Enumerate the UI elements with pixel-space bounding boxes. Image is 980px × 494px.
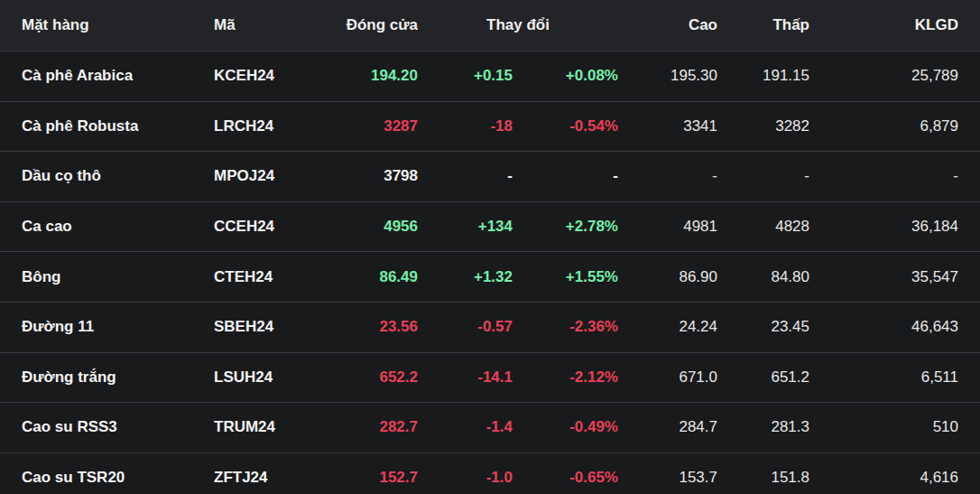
low-price: 23.45 [717,318,809,336]
commodity-name: Cà phê Arabica [0,67,192,85]
change-percent: +1.55% [513,268,618,286]
contract-code: LSUH24 [192,368,300,387]
high-price: 4981 [618,218,717,236]
volume: 6,879 [809,117,958,135]
low-price: 84.80 [717,268,809,286]
change-value: -1.0 [418,469,513,487]
contract-code: CCEH24 [192,218,300,236]
volume: 6,511 [809,368,958,387]
change-value: -18 [418,117,513,135]
commodity-name: Dầu cọ thô [0,167,192,185]
table-row[interactable]: Đường trắng LSUH24 652.2 -14.1 -2.12% 67… [0,352,980,403]
volume: 4,616 [809,469,958,487]
table-row[interactable]: Đường 11 SBEH24 23.56 -0.57 -2.36% 24.24… [0,302,980,352]
contract-code: MPOJ24 [192,167,300,185]
change-percent: - [513,167,618,185]
table-row[interactable]: Cao su RSS3 TRUM24 282.7 -1.4 -0.49% 284… [0,402,980,452]
table-row[interactable]: Bông CTEH24 86.49 +1.32 +1.55% 86.90 84.… [0,251,980,302]
close-price: 3798 [300,167,418,185]
commodity-name: Bông [0,268,192,286]
high-price: 153.7 [618,469,717,487]
volume: 35,547 [809,268,958,286]
volume: 46,643 [809,318,958,336]
low-price: 281.3 [717,418,809,436]
high-price: 24.24 [618,318,717,336]
high-price: 284.7 [618,418,717,436]
contract-code: TRUM24 [192,418,300,436]
contract-code: LRCH24 [192,117,300,135]
close-price: 152.7 [300,469,418,487]
commodity-name: Ca cao [0,218,192,236]
commodity-name: Cao su RSS3 [0,418,192,436]
commodity-name: Đường trắng [0,368,192,387]
low-price: 191.15 [717,67,809,85]
change-percent: -0.65% [513,469,618,487]
commodity-name: Đường 11 [0,318,192,336]
close-price: 282.7 [300,418,418,436]
change-value: -0.57 [418,318,513,336]
column-header-code: Mã [192,16,300,34]
volume: 510 [809,418,958,436]
contract-code: CTEH24 [192,268,300,286]
column-header-commodity: Mặt hàng [0,16,192,34]
high-price: 671.0 [618,368,717,387]
change-percent: -2.36% [513,318,618,336]
change-percent: +2.78% [513,218,618,236]
close-price: 4956 [300,218,418,236]
change-percent: -0.54% [513,117,618,135]
close-price: 194.20 [300,67,418,85]
commodity-name: Cà phê Robusta [0,117,192,135]
contract-code: KCEH24 [192,67,300,85]
change-value: -14.1 [418,368,513,387]
low-price: 3282 [717,117,809,135]
low-price: 651.2 [717,368,809,387]
column-header-volume: KLGD [809,16,958,34]
column-header-close: Đóng cửa [300,16,418,34]
close-price: 652.2 [300,368,418,387]
table-header-row: Mặt hàng Mã Đóng cửa Thay đổi Cao Thấp K… [0,0,980,51]
commodity-price-table: Mặt hàng Mã Đóng cửa Thay đổi Cao Thấp K… [0,0,980,494]
table-row[interactable]: Ca cao CCEH24 4956 +134 +2.78% 4981 4828… [0,201,980,252]
close-price: 23.56 [300,318,418,336]
volume: - [809,167,958,185]
table-row[interactable]: Dầu cọ thô MPOJ24 3798 - - - - - [0,151,980,201]
table-row[interactable]: Cao su TSR20 ZFTJ24 152.7 -1.0 -0.65% 15… [0,452,980,494]
high-price: 3341 [618,117,717,135]
change-value: -1.4 [418,418,513,436]
volume: 36,184 [809,218,958,236]
change-value: +134 [418,218,513,236]
contract-code: ZFTJ24 [192,469,300,487]
high-price: 86.90 [618,268,717,286]
change-value: - [418,167,513,185]
close-price: 86.49 [300,268,418,286]
high-price: - [618,167,717,185]
change-value: +0.15 [418,67,513,85]
low-price: - [717,167,809,185]
change-value: +1.32 [418,268,513,286]
column-header-low: Thấp [717,16,809,34]
volume: 25,789 [809,67,958,85]
contract-code: SBEH24 [192,318,300,336]
low-price: 4828 [717,218,809,236]
close-price: 3287 [300,117,418,135]
change-percent: -0.49% [513,418,618,436]
column-header-change: Thay đổi [418,16,618,34]
commodity-name: Cao su TSR20 [0,469,192,487]
change-percent: +0.08% [513,67,618,85]
table-body: Cà phê Arabica KCEH24 194.20 +0.15 +0.08… [0,51,980,494]
low-price: 151.8 [717,469,809,487]
high-price: 195.30 [618,67,717,85]
table-row[interactable]: Cà phê Robusta LRCH24 3287 -18 -0.54% 33… [0,101,980,152]
change-percent: -2.12% [513,368,618,387]
table-row[interactable]: Cà phê Arabica KCEH24 194.20 +0.15 +0.08… [0,51,980,101]
column-header-high: Cao [618,16,717,34]
